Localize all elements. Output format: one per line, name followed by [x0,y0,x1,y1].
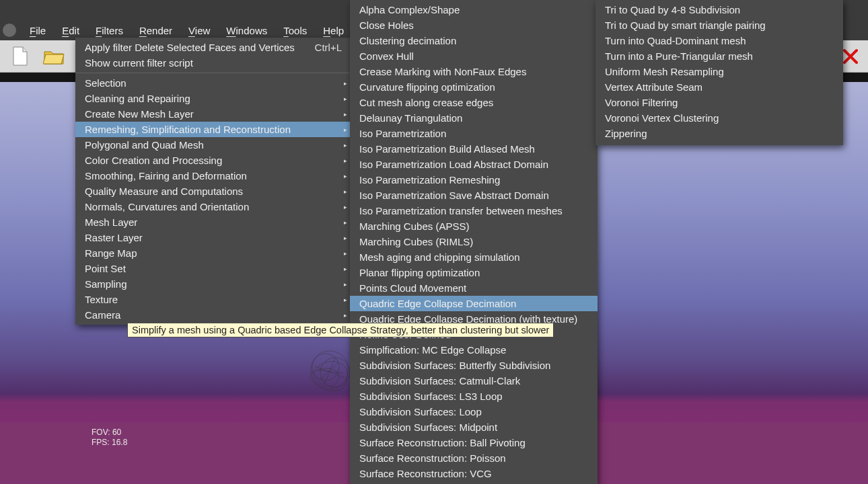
remeshing-item[interactable]: Tri to Quad by smart triangle pairing [595,17,843,33]
filters-group[interactable]: Mesh Layer▸ [75,214,351,230]
remeshing-item[interactable]: Voronoi Filtering [595,95,843,110]
remeshing-item[interactable]: Uniform Mesh Resampling [595,64,843,79]
menu-item-label: Simplfication: MC Edge Collapse [359,344,506,356]
menu-item-label: Smoothing, Fairing and Deformation [85,170,247,182]
remeshing-item[interactable]: Vertex Attribute Seam [595,79,843,95]
remeshing-item[interactable]: Close Holes [350,17,598,33]
remeshing-item[interactable]: Iso Parametrization Build Atlased Mesh [350,141,598,157]
menu-item-label: Uniform Mesh Resampling [605,66,724,77]
filters-group[interactable]: Polygonal and Quad Mesh▸ [75,137,351,153]
menu-item-label: Subdivision Surfaces: Catmull-Clark [359,375,520,387]
remeshing-item[interactable]: Curvature flipping optimization [350,79,598,95]
remeshing-item[interactable]: Points Cloud Movement [350,280,598,296]
filters-group[interactable]: Range Map▸ [75,245,351,261]
remeshing-item[interactable]: Surface Reconstruction: Ball Pivoting [350,435,598,450]
menu-item-label: Surface Reconstruction: Poisson [359,452,506,464]
remeshing-item[interactable]: Iso Parametrization Remeshing [350,172,598,188]
filters-group[interactable]: Color Creation and Processing▸ [75,153,351,168]
chevron-right-icon: ▸ [344,266,347,272]
open-file-button[interactable] [40,44,67,69]
app-icon [3,24,16,37]
menu-item-label: Delaunay Triangulation [359,112,462,124]
menu-help[interactable]: Help [315,22,352,39]
menu-item-label: Mesh Layer [85,216,137,228]
filters-group[interactable]: Smoothing, Fairing and Deformation▸ [75,168,351,184]
remeshing-item[interactable]: Turn into Quad-Dominant mesh [595,33,843,48]
menu-view[interactable]: View [180,22,218,39]
menu-item-show-script[interactable]: Show current filter script [75,55,351,71]
filters-group[interactable]: Selection▸ [75,75,351,91]
remeshing-item[interactable]: Subdivision Surfaces: Catmull-Clark [350,373,598,389]
menu-item-label: Sampling [85,278,127,290]
shortcut-label: Ctrl+L [315,42,342,53]
menu-item-label: Selection [85,77,126,89]
remeshing-item[interactable]: Mesh aging and chipping simulation [350,249,598,265]
menu-item-label: Zippering [605,128,647,139]
remeshing-item[interactable]: Cut mesh along crease edges [350,95,598,110]
remeshing-item[interactable]: Subdivision Surfaces: Butterfly Subdivis… [350,358,598,373]
remeshing-item[interactable]: Surface Reconstruction: VCG [350,466,598,481]
remeshing-item[interactable]: Subdivision Surfaces: Loop [350,404,598,419]
menu-item-label: Points Cloud Movement [359,282,466,294]
filters-group[interactable]: Point Set▸ [75,261,351,276]
filters-group[interactable]: Cleaning and Repairing▸ [75,91,351,106]
remeshing-item[interactable]: Alpha Complex/Shape [350,2,598,17]
remeshing-item[interactable]: Quadric Edge Collapse Decimation [350,296,598,311]
menu-file[interactable]: File [22,22,54,39]
menu-item-label: Cut mesh along crease edges [359,97,493,108]
filters-group[interactable]: Raster Layer▸ [75,230,351,245]
new-document-button[interactable] [7,44,34,69]
filters-group[interactable]: Remeshing, Simplification and Reconstruc… [75,122,351,137]
menu-item-apply-filter[interactable]: Apply filter Delete Selected Faces and V… [75,40,351,55]
chevron-right-icon: ▸ [344,219,347,226]
remeshing-item[interactable]: Subdivision Surfaces: LS3 Loop [350,389,598,404]
menu-item-label: Voronoi Vertex Clustering [605,112,719,124]
menu-item-label: Iso Parametrization [359,128,446,139]
filters-group[interactable]: Texture▸ [75,292,351,307]
remeshing-item[interactable]: Iso Parametrization transfer between mes… [350,203,598,218]
menu-item-label: Texture [85,294,118,305]
chevron-right-icon: ▸ [344,111,347,118]
remeshing-item[interactable]: Convex Hull [350,48,598,64]
menu-filters[interactable]: Filters [87,22,131,39]
remeshing-item[interactable]: Delaunay Triangulation [350,110,598,126]
remeshing-item[interactable]: Voronoi Vertex Clustering [595,110,843,126]
viewport-hud: FOV: 60 FPS: 16.8 [92,428,127,448]
menu-item-label: Show current filter script [85,57,193,69]
remeshing-item[interactable]: Iso Parametrization [350,126,598,141]
filters-group[interactable]: Create New Mesh Layer▸ [75,106,351,122]
remeshing-menu-col2: Tri to Quad by 4-8 SubdivisionTri to Qua… [595,0,843,145]
remeshing-item[interactable]: Turn into a Pure-Triangular mesh [595,48,843,64]
remeshing-item[interactable]: Iso Parametrization Save Abstract Domain [350,188,598,203]
menu-edit[interactable]: Edit [54,22,87,39]
remeshing-item[interactable]: Simplfication: MC Edge Collapse [350,342,598,358]
remeshing-item[interactable]: Surface Reconstruction: Poisson [350,450,598,466]
remeshing-item[interactable]: Iso Parametrization Load Abstract Domain [350,157,598,172]
chevron-right-icon: ▸ [344,80,347,87]
remeshing-item[interactable]: Marching Cubes (APSS) [350,218,598,234]
menu-tools[interactable]: Tools [275,22,315,39]
remeshing-item[interactable]: Planar flipping optimization [350,265,598,280]
remeshing-item[interactable]: Zippering [595,126,843,141]
menu-item-label: Color Creation and Processing [85,155,222,166]
menu-item-label: Subdivision Surfaces: Loop [359,406,482,417]
menu-item-label: Surface Reconstruction: VCG [359,468,492,479]
remeshing-item[interactable]: Tri to Quad by 4-8 Subdivision [595,2,843,17]
menu-item-label: Point Set [85,263,126,274]
filters-group[interactable]: Quality Measure and Computations▸ [75,184,351,199]
remeshing-item[interactable]: Clustering decimation [350,33,598,48]
chevron-right-icon: ▸ [344,235,347,241]
remeshing-item[interactable]: Subdivision Surfaces: Midpoint [350,419,598,435]
menu-windows[interactable]: Windows [218,22,275,39]
menu-render[interactable]: Render [131,22,180,39]
menu-item-label: Alpha Complex/Shape [359,4,460,15]
menu-item-label: Marching Cubes (APSS) [359,220,469,232]
filters-group[interactable]: Sampling▸ [75,276,351,292]
filters-group[interactable]: Normals, Curvatures and Orientation▸ [75,199,351,214]
menu-item-label: Iso Parametrization Load Abstract Domain [359,159,548,170]
remeshing-item[interactable]: Marching Cubes (RIMLS) [350,234,598,249]
menu-item-label: Crease Marking with NonFaux Edges [359,66,526,77]
remeshing-item[interactable]: Crease Marking with NonFaux Edges [350,64,598,79]
filters-group[interactable]: Camera▸ [75,307,351,323]
chevron-right-icon: ▸ [344,250,347,257]
